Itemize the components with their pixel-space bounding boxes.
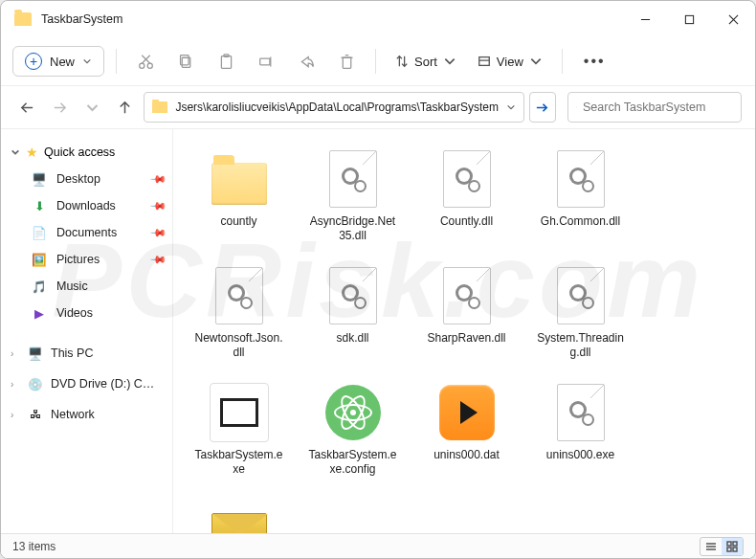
svg-rect-10 [221,56,231,68]
back-button[interactable] [14,92,41,123]
pictures-icon: 🖼️ [32,252,47,267]
sidebar-item-label: Music [56,280,88,293]
file-name: unins000.dat [430,448,503,462]
folder-icon [210,149,269,209]
sidebar-item-label: Desktop [56,172,100,186]
file-item[interactable]: unins000.msg [189,491,289,533]
svg-rect-30 [727,542,731,546]
desktop-icon: 🖥️ [32,171,47,187]
svg-rect-33 [733,548,737,551]
search-box[interactable] [567,92,742,123]
up-button[interactable] [112,92,139,123]
file-name: SharpRaven.dll [423,331,509,346]
icons-view-button[interactable] [722,538,743,555]
dll-icon [551,149,611,209]
disc-icon: 💿 [28,376,43,391]
chevron-down-icon [82,56,92,66]
minimize-button[interactable] [623,1,667,37]
maximize-button[interactable] [667,1,711,37]
toolbar: + New Sort View ••• [1,37,755,85]
file-grid: countly AsyncBridge.Net35.dll Countly.dl… [173,129,755,533]
file-item[interactable]: Gh.Common.dll [530,141,631,256]
new-label: New [50,55,75,69]
rename-button[interactable] [249,44,283,78]
dll-icon [551,266,611,325]
close-button[interactable] [711,1,755,37]
explorer-window: TaskbarSystem + New Sort View [0,0,756,559]
sidebar-item-documents[interactable]: 📄 Documents 📌 [1,219,172,246]
file-item[interactable]: TaskbarSystem.exe [189,374,289,489]
search-input[interactable] [583,101,733,114]
dvd-drive[interactable]: ›💿DVD Drive (D:) CCCC [1,369,172,399]
envelope-icon [210,500,269,533]
divider [116,49,117,74]
dll-icon [437,149,497,209]
copy-button[interactable] [168,44,203,78]
sidebar-item-label: Pictures [56,253,100,266]
orange-play-icon [437,383,497,442]
dll-icon [323,266,383,325]
view-button[interactable]: View [470,49,550,75]
file-item[interactable]: sdk.dll [302,257,403,372]
dll-icon [323,149,383,209]
sidebar-item-desktop[interactable]: 🖥️ Desktop 📌 [1,166,172,192]
pin-icon: 📌 [148,223,167,241]
file-item[interactable]: Countly.dll [416,141,517,256]
svg-point-5 [147,63,152,68]
file-item[interactable]: System.Threading.dll [530,257,631,372]
new-button[interactable]: + New [12,46,104,77]
svg-rect-12 [259,58,269,65]
sort-label: Sort [414,55,437,69]
file-item[interactable]: unins000.dat [416,374,517,489]
quick-access-header[interactable]: ★ Quick access [1,139,172,166]
this-pc-label: This PC [51,347,93,360]
atom-icon [323,383,383,442]
sidebar-item-label: Videos [56,306,93,320]
star-icon: ★ [26,145,38,160]
recent-chevron[interactable] [79,92,106,123]
sidebar-item-pictures[interactable]: 🖼️ Pictures 📌 [1,246,172,273]
sidebar-item-music[interactable]: 🎵 Music [1,273,172,300]
file-item[interactable]: Newtonsoft.Json.dll [189,257,289,372]
svg-point-4 [139,63,144,68]
details-view-button[interactable] [700,538,722,555]
file-item[interactable]: countly [189,141,289,256]
sidebar-item-label: Documents [56,226,117,239]
this-pc[interactable]: ›🖥️This PC [1,338,172,369]
file-name: TaskbarSystem.exe [189,448,288,477]
file-name: Gh.Common.dll [537,214,624,229]
address-path: Jsers\karolisliucveikis\AppData\Local\Pr… [175,101,498,114]
layout-toggle [700,537,744,556]
network[interactable]: ›🖧Network [1,399,172,430]
file-name: countly [216,214,260,229]
folder-icon [14,12,32,26]
svg-rect-32 [727,548,731,551]
sort-button[interactable]: Sort [388,49,464,75]
view-label: View [497,55,523,69]
sidebar-item-downloads[interactable]: ⬇ Downloads 📌 [1,192,172,219]
sidebar-item-videos[interactable]: ▶ Videos [1,300,172,326]
file-item[interactable]: AsyncBridge.Net35.dll [302,141,403,256]
plus-icon: + [25,53,42,70]
window-controls [623,1,755,37]
address-bar[interactable]: Jsers\karolisliucveikis\AppData\Local\Pr… [144,92,523,123]
chevron-down-icon [11,147,20,157]
pc-icon: 🖥️ [28,346,43,361]
more-button[interactable]: ••• [574,47,615,76]
paste-button[interactable] [209,44,243,78]
sidebar-item-label: Downloads [56,199,116,212]
forward-button[interactable] [47,92,74,123]
cut-button[interactable] [128,44,163,78]
videos-icon: ▶ [32,305,47,321]
divider [562,49,563,74]
body: ★ Quick access 🖥️ Desktop 📌⬇ Downloads 📌… [1,129,755,533]
file-item[interactable]: TaskbarSystem.exe.config [302,374,403,489]
share-button[interactable] [289,44,323,78]
file-item[interactable]: SharpRaven.dll [416,257,517,372]
chevron-down-icon[interactable] [506,102,516,112]
refresh-go-button[interactable] [529,92,556,123]
sidebar: ★ Quick access 🖥️ Desktop 📌⬇ Downloads 📌… [1,129,173,533]
file-item[interactable]: unins000.exe [530,374,631,489]
delete-button[interactable] [329,44,364,78]
chevron-down-icon [529,55,543,68]
